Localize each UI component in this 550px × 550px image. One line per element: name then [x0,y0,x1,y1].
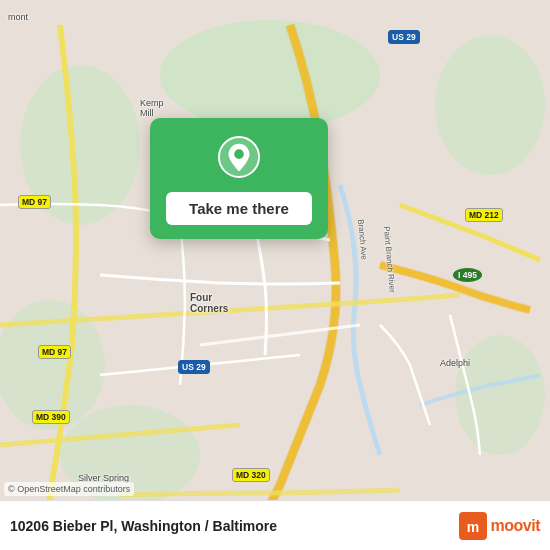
map-container: US 29 MD 97 MD 97 MD 212 I 495 US 29 MD … [0,0,550,550]
osm-attribution: © OpenStreetMap contributors [4,482,134,496]
moovit-label: moovit [491,517,540,535]
pin-icon-wrap [218,136,260,182]
road-badge-md97-left: MD 97 [18,195,51,209]
svg-point-3 [435,35,545,175]
take-me-there-button[interactable]: Take me there [166,192,312,225]
road-badge-us29-top: US 29 [388,30,420,44]
road-badge-i495: I 495 [453,268,482,282]
svg-point-5 [455,335,545,455]
road-badge-md97-bottom: MD 97 [38,345,71,359]
road-badge-md390: MD 390 [32,410,70,424]
road-badge-us29-mid: US 29 [178,360,210,374]
moovit-logo: m moovit [459,512,540,540]
svg-text:m: m [466,519,478,535]
bottom-bar: 10206 Bieber Pl, Washington / Baltimore … [0,500,550,550]
svg-point-8 [234,149,244,159]
location-card: Take me there [150,118,328,239]
svg-point-1 [160,20,380,130]
road-badge-md212: MD 212 [465,208,503,222]
address-text: 10206 Bieber Pl, Washington / Baltimore [10,518,277,534]
location-pin-icon [218,136,260,178]
road-badge-md320: MD 320 [232,468,270,482]
moovit-icon: m [459,512,487,540]
